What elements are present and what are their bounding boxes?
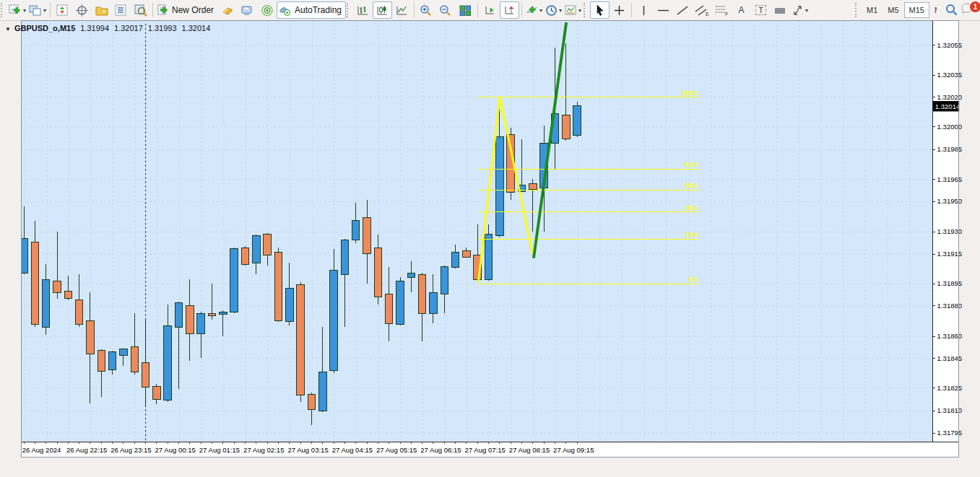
new-order-button[interactable]: New Order [155, 1, 218, 19]
strategy-tester-button[interactable] [131, 1, 150, 19]
signals-button[interactable] [257, 1, 277, 19]
timeframe-m5-button[interactable]: M5 [883, 2, 903, 18]
dropdown-arrow-icon[interactable]: ▾ [23, 7, 26, 14]
shapes-button[interactable] [771, 1, 790, 19]
bar-chart-button[interactable] [353, 1, 373, 19]
candle-body[interactable] [297, 285, 305, 395]
candle-body[interactable] [186, 306, 194, 334]
one-click-trading-arrow-icon[interactable]: ▼ [5, 26, 11, 32]
candle-body[interactable] [418, 274, 426, 313]
candle-body[interactable] [220, 312, 227, 315]
new-chart-icon [9, 4, 22, 17]
candle-body[interactable] [485, 235, 493, 279]
candle-body[interactable] [153, 387, 161, 400]
candle-body[interactable] [563, 115, 571, 139]
candle-body[interactable] [496, 137, 504, 236]
dropdown-arrow-icon[interactable]: ▾ [805, 7, 808, 14]
candle-body[interactable] [573, 106, 581, 136]
metaeditor-button[interactable] [218, 1, 238, 19]
chart-shift-button[interactable] [500, 1, 519, 19]
candle-body[interactable] [175, 303, 183, 328]
toolbar-grip[interactable] [1, 3, 6, 17]
candle-body[interactable] [385, 294, 393, 323]
candle-body[interactable] [318, 372, 326, 411]
candle-body[interactable] [64, 291, 72, 299]
candle-body[interactable] [31, 242, 39, 324]
candle-body[interactable] [330, 271, 338, 371]
dropdown-arrow-icon[interactable]: ▾ [559, 7, 562, 14]
candle-body[interactable] [407, 273, 415, 277]
auto-scroll-button[interactable] [480, 1, 500, 19]
tile-windows-button[interactable] [456, 1, 475, 19]
candle-body[interactable] [430, 292, 438, 313]
crosshair-button[interactable] [610, 1, 629, 19]
periods-button[interactable]: ▾ [544, 1, 563, 19]
dropdown-arrow-icon[interactable]: ▾ [43, 7, 46, 14]
profiles-button[interactable]: ▾ [27, 1, 48, 19]
candle-body[interactable] [451, 253, 459, 268]
fibonacci-button[interactable]: F [712, 1, 732, 19]
virtual-hosting-button[interactable] [238, 1, 257, 19]
timeframe-m15-button[interactable]: M15 [904, 2, 929, 18]
vertical-line-button[interactable] [634, 1, 654, 19]
candle-body[interactable] [441, 267, 448, 294]
candle-body[interactable] [164, 325, 172, 400]
candle-body[interactable] [53, 281, 61, 292]
candle-body[interactable] [241, 248, 249, 264]
candle-body[interactable] [230, 249, 238, 312]
timeframe-m30-button[interactable]: M30 [929, 2, 937, 18]
candle-body[interactable] [108, 352, 116, 370]
candle-body[interactable] [208, 313, 216, 316]
chart-plot-area[interactable] [22, 21, 932, 442]
templates-button[interactable]: ▾ [563, 1, 583, 19]
dropdown-arrow-icon[interactable]: ▾ [539, 7, 542, 14]
text-button[interactable]: A [732, 1, 751, 19]
candle-body[interactable] [374, 248, 382, 297]
timeframe-m1-button[interactable]: M1 [862, 2, 883, 18]
candle-body[interactable] [286, 289, 294, 322]
candle-body[interactable] [274, 253, 282, 321]
candle-body[interactable] [42, 279, 50, 327]
candle-body[interactable] [197, 313, 205, 334]
candle-body[interactable] [352, 221, 360, 240]
toolbar-grip[interactable] [584, 3, 589, 17]
terminal-button[interactable] [111, 1, 131, 19]
navigator-button[interactable] [92, 1, 111, 19]
zoom-out-button[interactable] [436, 1, 456, 19]
data-window-button[interactable] [72, 1, 92, 19]
candle-body[interactable] [253, 236, 261, 263]
dropdown-arrow-icon[interactable]: ▾ [578, 7, 581, 14]
candle-body[interactable] [363, 218, 371, 254]
candle-body[interactable] [120, 349, 128, 356]
candle-body[interactable] [396, 281, 404, 324]
candle-body[interactable] [75, 300, 83, 325]
price-chart[interactable]: 0.023.638.250.061.8100.01.320551.320351.… [0, 20, 980, 477]
candle-body[interactable] [97, 351, 105, 372]
candle-body[interactable] [308, 394, 316, 409]
trendline-button[interactable] [673, 1, 693, 19]
candlestick-chart-button[interactable] [373, 1, 392, 19]
candle-body[interactable] [341, 240, 349, 275]
candle-body[interactable] [131, 346, 139, 372]
toolbar-grip[interactable] [347, 3, 352, 17]
equidistant-channel-button[interactable]: E [693, 1, 712, 19]
line-chart-button[interactable] [392, 1, 412, 19]
search-button[interactable] [945, 3, 958, 19]
candle-body[interactable] [264, 235, 272, 255]
arrows-button[interactable]: ▾ [790, 1, 810, 19]
cursor-button[interactable] [590, 1, 610, 19]
zoom-in-button[interactable] [417, 1, 436, 19]
horizontal-line-button[interactable] [654, 1, 673, 19]
candle-body[interactable] [142, 363, 149, 388]
chart-symbol-label: GBPUSD_o,M15 [14, 24, 75, 32]
candle-body[interactable] [529, 183, 537, 190]
candle-body[interactable] [87, 321, 95, 354]
new-chart-button[interactable]: ▾ [7, 1, 27, 19]
candle-body[interactable] [463, 251, 471, 258]
indicators-button[interactable]: ▾ [524, 1, 544, 19]
notifications-button[interactable]: 1 [961, 2, 978, 18]
market-watch-button[interactable] [53, 1, 72, 19]
toolbar-grip[interactable] [855, 3, 860, 17]
autotrading-button[interactable]: AutoTrading [277, 1, 346, 19]
text-label-button[interactable]: T [751, 1, 771, 19]
